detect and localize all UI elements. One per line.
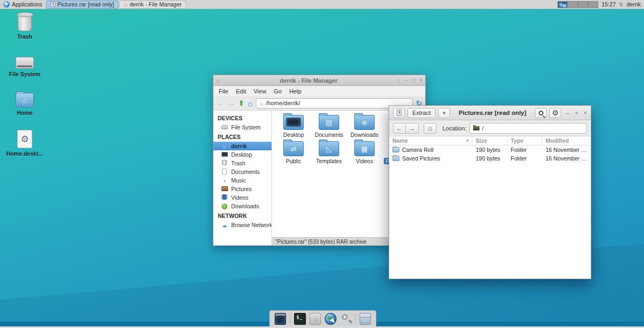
desktop-icon-label: Home: [17, 110, 32, 116]
sidebar-item-desktop[interactable]: Desktop: [213, 150, 271, 159]
gear-icon: ⚙: [552, 109, 559, 116]
maximize-icon[interactable]: □: [412, 77, 415, 83]
templates-folder-icon: ◺: [319, 141, 339, 156]
minimize-icon[interactable]: –: [405, 77, 408, 83]
dock-separator: [355, 314, 356, 324]
home-folder-icon: ⌂: [16, 93, 34, 107]
file-label: Templates: [316, 158, 342, 164]
trash-icon: [18, 14, 32, 31]
terminal-window-icon[interactable]: [275, 313, 286, 325]
sidebar-item-downloads[interactable]: ↓ Downloads: [213, 202, 271, 210]
desktop-icon-home[interactable]: ⌂ Home: [8, 91, 42, 116]
column-header-modified[interactable]: Modified: [542, 136, 591, 145]
applications-menu-button[interactable]: Applications: [0, 0, 46, 9]
close-icon[interactable]: ×: [419, 77, 423, 83]
open-archive-button[interactable]: [393, 108, 405, 118]
workspace-2[interactable]: [568, 1, 578, 8]
forward-icon[interactable]: →: [227, 99, 235, 107]
add-files-button[interactable]: +: [438, 108, 450, 118]
sidebar-item-file-system[interactable]: File System: [213, 123, 271, 132]
menu-go[interactable]: Go: [274, 88, 282, 94]
desktop-icon-trash[interactable]: Trash: [8, 14, 42, 40]
archive-file-list[interactable]: Camera Roll 190 bytes Folder 16 November…: [389, 145, 591, 279]
row-type: Folder: [507, 147, 542, 153]
workspace-1[interactable]: [557, 1, 568, 8]
close-icon[interactable]: ×: [584, 110, 587, 116]
row-modified: 16 November 2018,...: [542, 147, 591, 153]
home-folder-icon[interactable]: ⌂: [310, 313, 321, 325]
file-label: Documents: [314, 132, 343, 138]
row-size: 190 bytes: [473, 147, 507, 153]
extract-button[interactable]: Extract: [407, 108, 435, 118]
home-button[interactable]: ⌂: [424, 123, 437, 134]
column-header-type[interactable]: Type: [507, 136, 542, 145]
file-manager-icon[interactable]: [360, 313, 371, 325]
archive-icon: [397, 110, 402, 116]
applications-logo-icon: [3, 1, 10, 8]
terminal-icon[interactable]: $_: [294, 313, 306, 325]
search-button[interactable]: [535, 108, 547, 118]
sidebar-item-label: Music: [231, 177, 246, 184]
workspace-3[interactable]: [578, 1, 588, 8]
file-item-desktop[interactable]: Desktop: [277, 115, 310, 138]
location-entry[interactable]: /: [469, 123, 587, 134]
table-row-saved-pictures[interactable]: Saved Pictures 190 bytes Folder 16 Novem…: [389, 154, 591, 163]
taskbar-button-archive[interactable]: Pictures.rar [read only]: [46, 1, 119, 9]
column-header-name[interactable]: Name ▾: [389, 136, 473, 145]
up-icon[interactable]: ⬆: [238, 99, 245, 107]
row-name: Saved Pictures: [402, 155, 440, 162]
file-label: Downloads: [350, 132, 378, 138]
sidebar-item-pictures[interactable]: Pictures: [213, 185, 271, 193]
path-text: /home/derrik/: [266, 100, 300, 106]
menu-help[interactable]: Help: [289, 88, 302, 94]
home-icon: ⌂: [124, 2, 127, 7]
username-menu[interactable]: derrik: [627, 1, 641, 8]
file-item-videos[interactable]: ▦ Videos: [348, 141, 381, 164]
row-modified: 16 November 2018,...: [542, 155, 591, 162]
sidebar-item-label: Documents: [231, 169, 260, 175]
sidebar-item-browse-network[interactable]: ☁ Browse Network: [213, 221, 271, 229]
sidebar-section-network: NETWORK: [213, 210, 271, 221]
sidebar-item-music[interactable]: ♪ Music: [213, 176, 271, 185]
home-icon[interactable]: ⌂: [248, 99, 253, 107]
menu-edit[interactable]: Edit: [236, 88, 246, 94]
application-finder-icon[interactable]: [340, 313, 352, 325]
menu-button[interactable]: ⚙: [549, 108, 561, 118]
clock[interactable]: 15:27: [602, 1, 616, 8]
table-row-camera-roll[interactable]: Camera Roll 190 bytes Folder 16 November…: [389, 145, 591, 154]
sidebar-item-videos[interactable]: Videos: [213, 193, 271, 202]
file-label: Videos: [356, 158, 373, 164]
menu-file[interactable]: File: [219, 88, 228, 94]
back-icon[interactable]: ←: [217, 99, 224, 107]
sidebar-item-derrik[interactable]: ⌂ derrik: [213, 142, 271, 150]
sidebar-item-trash[interactable]: Trash: [213, 159, 271, 167]
workspace-switcher[interactable]: [557, 1, 598, 8]
file-manager-titlebar[interactable]: ⌂ derrik - File Manager ↑ – □ ×: [213, 75, 425, 86]
forward-button[interactable]: →: [406, 123, 419, 134]
session-arrows-icon: ⇅: [619, 2, 623, 8]
rollup-icon[interactable]: ↑: [398, 77, 400, 83]
taskbar-button-file-manager[interactable]: ⌂ derrik - File Manager: [119, 1, 186, 9]
taskbar-button-label: derrik - File Manager: [130, 1, 182, 8]
desktop-icon-home-desktop-file[interactable]: ⚙ Home.deskt...: [8, 130, 42, 157]
file-item-documents[interactable]: ▤ Documents: [313, 115, 345, 138]
file-item-public[interactable]: ⇄ Public: [277, 141, 310, 164]
maximize-icon[interactable]: +: [575, 110, 578, 116]
path-home-icon: ⌂: [260, 100, 263, 106]
sidebar-item-documents[interactable]: Documents: [213, 167, 271, 176]
desktop-icon: [221, 152, 228, 157]
web-browser-icon[interactable]: [325, 313, 336, 325]
back-button[interactable]: ←: [393, 123, 406, 134]
document-icon: [222, 169, 227, 174]
sidebar-item-label: File System: [231, 124, 261, 130]
desktop-icon-file-system[interactable]: File System: [8, 54, 42, 77]
column-header-size[interactable]: Size: [473, 136, 507, 145]
file-item-templates[interactable]: ◺ Templates: [313, 141, 345, 164]
archive-manager-headerbar[interactable]: Extract + Pictures.rar [read only] ⚙ – +…: [389, 106, 591, 120]
menu-view[interactable]: View: [254, 88, 267, 94]
file-item-downloads[interactable]: ⊕ Downloads: [348, 115, 381, 138]
picture-icon: [221, 186, 228, 191]
desktop-icons: Trash File System ⌂ Home ⚙ Home.deskt...: [8, 14, 42, 171]
workspace-4[interactable]: [588, 1, 598, 8]
minimize-icon[interactable]: –: [566, 110, 569, 116]
